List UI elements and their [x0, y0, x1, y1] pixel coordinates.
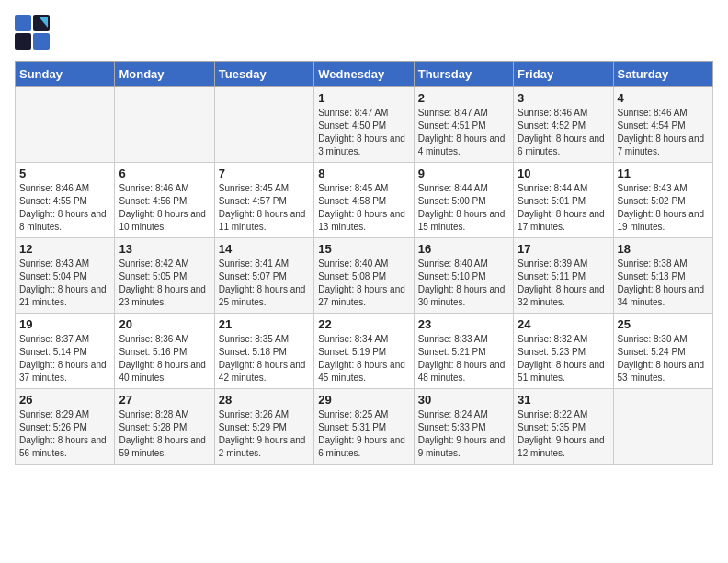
day-content: Sunrise: 8:22 AM Sunset: 5:35 PM Dayligh… — [518, 408, 609, 460]
calendar-cell: 24Sunrise: 8:32 AM Sunset: 5:23 PM Dayli… — [514, 314, 613, 389]
day-number: 1 — [318, 91, 409, 105]
calendar-cell — [613, 389, 712, 465]
calendar-cell — [214, 87, 313, 163]
day-number: 16 — [418, 242, 509, 256]
calendar-week-row: 26Sunrise: 8:29 AM Sunset: 5:26 PM Dayli… — [16, 389, 713, 465]
day-content: Sunrise: 8:28 AM Sunset: 5:28 PM Dayligh… — [119, 408, 210, 460]
day-number: 8 — [318, 167, 409, 180]
calendar-cell: 28Sunrise: 8:26 AM Sunset: 5:29 PM Dayli… — [214, 389, 313, 465]
day-content: Sunrise: 8:46 AM Sunset: 4:52 PM Dayligh… — [518, 107, 609, 158]
day-number: 4 — [618, 91, 709, 105]
day-content: Sunrise: 8:42 AM Sunset: 5:05 PM Dayligh… — [119, 258, 210, 309]
calendar-cell: 26Sunrise: 8:29 AM Sunset: 5:26 PM Dayli… — [16, 389, 115, 465]
calendar-cell: 5Sunrise: 8:46 AM Sunset: 4:55 PM Daylig… — [16, 163, 115, 238]
calendar-cell — [16, 87, 115, 163]
day-number: 24 — [518, 317, 609, 331]
header-day-saturday: Saturday — [613, 62, 712, 87]
day-number: 29 — [318, 393, 409, 407]
day-number: 5 — [19, 167, 110, 180]
calendar-cell: 15Sunrise: 8:40 AM Sunset: 5:08 PM Dayli… — [314, 238, 414, 314]
day-content: Sunrise: 8:34 AM Sunset: 5:19 PM Dayligh… — [318, 333, 409, 385]
day-content: Sunrise: 8:29 AM Sunset: 5:26 PM Dayligh… — [19, 408, 110, 460]
day-number: 7 — [219, 167, 310, 180]
day-content: Sunrise: 8:41 AM Sunset: 5:07 PM Dayligh… — [219, 258, 310, 309]
day-number: 12 — [19, 242, 110, 256]
day-content: Sunrise: 8:43 AM Sunset: 5:04 PM Dayligh… — [19, 258, 110, 309]
svg-rect-2 — [15, 33, 31, 50]
calendar-cell: 6Sunrise: 8:46 AM Sunset: 4:56 PM Daylig… — [115, 163, 214, 238]
day-number: 27 — [119, 393, 210, 407]
day-number: 18 — [618, 242, 709, 256]
day-number: 31 — [518, 393, 609, 407]
svg-rect-0 — [15, 15, 31, 31]
day-content: Sunrise: 8:46 AM Sunset: 4:54 PM Dayligh… — [618, 107, 709, 158]
calendar-cell: 18Sunrise: 8:38 AM Sunset: 5:13 PM Dayli… — [613, 238, 712, 314]
day-content: Sunrise: 8:45 AM Sunset: 4:57 PM Dayligh… — [219, 182, 310, 234]
calendar-cell: 1Sunrise: 8:47 AM Sunset: 4:50 PM Daylig… — [314, 87, 414, 163]
calendar-cell: 7Sunrise: 8:45 AM Sunset: 4:57 PM Daylig… — [214, 163, 313, 238]
day-content: Sunrise: 8:26 AM Sunset: 5:29 PM Dayligh… — [219, 408, 310, 460]
header-day-wednesday: Wednesday — [314, 62, 414, 87]
calendar-cell: 9Sunrise: 8:44 AM Sunset: 5:00 PM Daylig… — [414, 163, 513, 238]
calendar-cell: 10Sunrise: 8:44 AM Sunset: 5:01 PM Dayli… — [514, 163, 613, 238]
day-content: Sunrise: 8:44 AM Sunset: 5:00 PM Dayligh… — [418, 182, 509, 234]
calendar-header-row: SundayMondayTuesdayWednesdayThursdayFrid… — [16, 62, 713, 87]
day-number: 23 — [418, 317, 509, 331]
day-number: 21 — [219, 317, 310, 331]
day-content: Sunrise: 8:43 AM Sunset: 5:02 PM Dayligh… — [618, 182, 709, 234]
header-day-friday: Friday — [514, 62, 613, 87]
day-content: Sunrise: 8:46 AM Sunset: 4:56 PM Dayligh… — [119, 182, 210, 234]
day-number: 25 — [618, 317, 709, 331]
day-content: Sunrise: 8:38 AM Sunset: 5:13 PM Dayligh… — [618, 258, 709, 309]
calendar-cell: 22Sunrise: 8:34 AM Sunset: 5:19 PM Dayli… — [314, 314, 414, 389]
logo-icon — [15, 15, 50, 50]
day-content: Sunrise: 8:25 AM Sunset: 5:31 PM Dayligh… — [318, 408, 409, 460]
day-content: Sunrise: 8:40 AM Sunset: 5:10 PM Dayligh… — [418, 258, 509, 309]
calendar-cell: 4Sunrise: 8:46 AM Sunset: 4:54 PM Daylig… — [613, 87, 712, 163]
day-content: Sunrise: 8:35 AM Sunset: 5:18 PM Dayligh… — [219, 333, 310, 385]
day-number: 22 — [318, 317, 409, 331]
header-day-sunday: Sunday — [16, 62, 115, 87]
header-day-monday: Monday — [115, 62, 214, 87]
calendar-cell: 2Sunrise: 8:47 AM Sunset: 4:51 PM Daylig… — [414, 87, 513, 163]
day-content: Sunrise: 8:39 AM Sunset: 5:11 PM Dayligh… — [518, 258, 609, 309]
day-content: Sunrise: 8:30 AM Sunset: 5:24 PM Dayligh… — [618, 333, 709, 385]
day-content: Sunrise: 8:44 AM Sunset: 5:01 PM Dayligh… — [518, 182, 609, 234]
calendar-cell: 21Sunrise: 8:35 AM Sunset: 5:18 PM Dayli… — [214, 314, 313, 389]
calendar-week-row: 12Sunrise: 8:43 AM Sunset: 5:04 PM Dayli… — [16, 238, 713, 314]
calendar-cell: 12Sunrise: 8:43 AM Sunset: 5:04 PM Dayli… — [16, 238, 115, 314]
calendar-cell: 27Sunrise: 8:28 AM Sunset: 5:28 PM Dayli… — [115, 389, 214, 465]
calendar-cell: 14Sunrise: 8:41 AM Sunset: 5:07 PM Dayli… — [214, 238, 313, 314]
day-number: 10 — [518, 167, 609, 180]
logo — [15, 15, 53, 50]
day-content: Sunrise: 8:24 AM Sunset: 5:33 PM Dayligh… — [418, 408, 509, 460]
day-number: 13 — [119, 242, 210, 256]
day-number: 28 — [219, 393, 310, 407]
calendar-cell: 8Sunrise: 8:45 AM Sunset: 4:58 PM Daylig… — [314, 163, 414, 238]
day-content: Sunrise: 8:32 AM Sunset: 5:23 PM Dayligh… — [518, 333, 609, 385]
day-content: Sunrise: 8:36 AM Sunset: 5:16 PM Dayligh… — [119, 333, 210, 385]
calendar-cell: 25Sunrise: 8:30 AM Sunset: 5:24 PM Dayli… — [613, 314, 712, 389]
day-content: Sunrise: 8:37 AM Sunset: 5:14 PM Dayligh… — [19, 333, 110, 385]
calendar-cell: 19Sunrise: 8:37 AM Sunset: 5:14 PM Dayli… — [16, 314, 115, 389]
day-content: Sunrise: 8:33 AM Sunset: 5:21 PM Dayligh… — [418, 333, 509, 385]
day-number: 26 — [19, 393, 110, 407]
calendar-cell: 31Sunrise: 8:22 AM Sunset: 5:35 PM Dayli… — [514, 389, 613, 465]
day-number: 2 — [418, 91, 509, 105]
calendar-week-row: 5Sunrise: 8:46 AM Sunset: 4:55 PM Daylig… — [16, 163, 713, 238]
day-content: Sunrise: 8:47 AM Sunset: 4:50 PM Dayligh… — [318, 107, 409, 158]
calendar-cell: 23Sunrise: 8:33 AM Sunset: 5:21 PM Dayli… — [414, 314, 513, 389]
day-content: Sunrise: 8:46 AM Sunset: 4:55 PM Dayligh… — [19, 182, 110, 234]
calendar-table: SundayMondayTuesdayWednesdayThursdayFrid… — [15, 61, 713, 465]
day-number: 19 — [19, 317, 110, 331]
day-number: 3 — [518, 91, 609, 105]
day-number: 17 — [518, 242, 609, 256]
calendar-cell: 3Sunrise: 8:46 AM Sunset: 4:52 PM Daylig… — [514, 87, 613, 163]
day-number: 15 — [318, 242, 409, 256]
header-day-thursday: Thursday — [414, 62, 513, 87]
day-content: Sunrise: 8:47 AM Sunset: 4:51 PM Dayligh… — [418, 107, 509, 158]
calendar-cell — [115, 87, 214, 163]
day-content: Sunrise: 8:40 AM Sunset: 5:08 PM Dayligh… — [318, 258, 409, 309]
day-number: 30 — [418, 393, 509, 407]
svg-rect-3 — [33, 33, 50, 50]
